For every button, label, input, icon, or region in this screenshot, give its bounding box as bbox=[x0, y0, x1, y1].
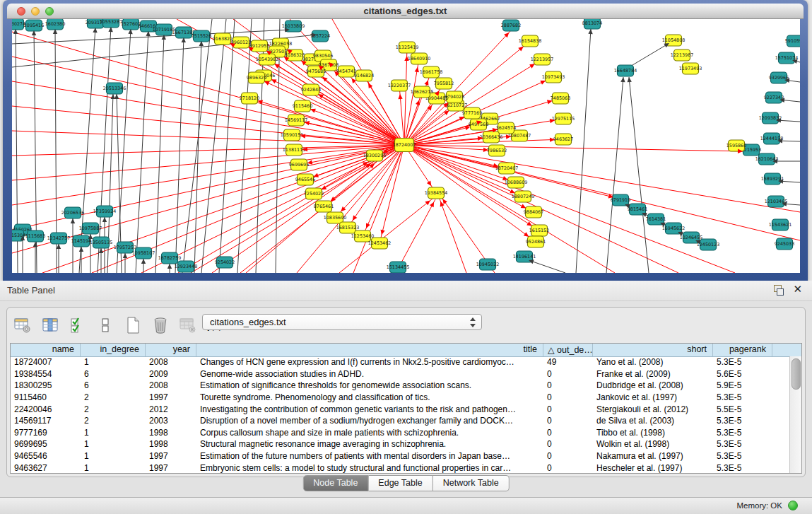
graph-node[interactable]: 8960123 bbox=[231, 37, 251, 48]
graph-node[interactable]: 7986532 bbox=[487, 145, 507, 156]
table-row[interactable]: 2242004622012Investigating the contribut… bbox=[11, 403, 790, 415]
graph-node[interactable]: 9163822 bbox=[213, 33, 233, 45]
graph-node[interactable]: 16648784 bbox=[614, 65, 637, 76]
column-header-short[interactable]: short bbox=[593, 344, 713, 356]
graph-node[interactable]: 8765461 bbox=[314, 201, 334, 212]
table-column-icon[interactable] bbox=[40, 315, 60, 335]
graph-node[interactable]: 11325419 bbox=[396, 42, 419, 53]
graph-node[interactable]: 6791919 bbox=[611, 194, 630, 206]
graph-node[interactable]: 9896329 bbox=[247, 72, 266, 83]
graph-node[interactable]: 10590151 bbox=[281, 129, 304, 141]
graph-node[interactable]: 1145194 bbox=[71, 235, 91, 247]
graph-node[interactable]: 1115683 bbox=[25, 230, 45, 242]
graph-node[interactable]: 2718120 bbox=[240, 93, 259, 104]
select-all-check-icon[interactable] bbox=[68, 315, 88, 335]
float-window-icon[interactable] bbox=[772, 285, 784, 296]
graph-node[interactable]: 9777169 bbox=[462, 107, 482, 119]
graph-node[interactable]: 16154838 bbox=[519, 35, 542, 47]
memory-status-indicator[interactable] bbox=[788, 501, 798, 510]
graph-node[interactable]: 19384554 bbox=[425, 187, 448, 199]
graph-node[interactable]: 15134455 bbox=[387, 262, 410, 273]
graph-node[interactable]: 18300295 bbox=[363, 150, 387, 161]
graph-node[interactable]: 12213987 bbox=[671, 49, 694, 61]
graph-node[interactable]: 9884067 bbox=[524, 206, 543, 218]
graph-node[interactable]: 13220377 bbox=[388, 80, 411, 91]
network-canvas[interactable]: 9330274209541616023802093171105532871527… bbox=[12, 19, 800, 273]
graph-node[interactable]: 6497568 bbox=[469, 119, 488, 130]
graph-node[interactable]: 12975115 bbox=[552, 113, 575, 124]
table-selector-dropdown[interactable]: citations_edges.txt bbox=[202, 314, 482, 330]
graph-node[interactable]: 9329966 bbox=[769, 72, 789, 83]
graph-node[interactable]: 12213957 bbox=[531, 54, 554, 65]
graph-node[interactable]: 13626215 bbox=[411, 86, 434, 98]
graph-node[interactable]: 12103465 bbox=[765, 196, 788, 207]
new-document-icon[interactable] bbox=[123, 315, 143, 335]
graph-node[interactable]: 15893291 bbox=[761, 173, 784, 185]
column-header-out_de[interactable]: △ out_de… bbox=[543, 344, 593, 356]
graph-node[interactable]: 10945022 bbox=[476, 259, 500, 270]
graph-node[interactable]: 12444158 bbox=[760, 133, 784, 144]
tab-node-table[interactable]: Node Table bbox=[302, 475, 368, 491]
graph-node[interactable]: 12453462 bbox=[368, 238, 392, 249]
graph-node[interactable]: 10553287 bbox=[100, 19, 123, 28]
table-row[interactable]: 1872400712008Changes of HCN gene express… bbox=[11, 356, 790, 368]
table-row[interactable]: 1456911722003Disruption of a novel membe… bbox=[11, 415, 790, 427]
graph-node[interactable]: 10973493 bbox=[542, 71, 565, 83]
graph-node[interactable]: 9227343 bbox=[764, 92, 784, 103]
delete-table-icon[interactable] bbox=[178, 315, 198, 335]
graph-node[interactable]: 13505135 bbox=[90, 237, 113, 248]
graph-node[interactable]: 10958107 bbox=[132, 247, 155, 259]
graph-node[interactable]: 9699695 bbox=[289, 159, 309, 170]
graph-node[interactable]: 7515526 bbox=[192, 30, 211, 42]
graph-node[interactable]: 1602380 bbox=[45, 19, 65, 30]
graph-node[interactable]: 11543621 bbox=[769, 219, 792, 230]
graph-node[interactable]: 2095416 bbox=[24, 20, 44, 31]
graph-node[interactable]: 10688609 bbox=[505, 177, 528, 188]
graph-node[interactable]: 10543982 bbox=[256, 54, 279, 65]
graph-node[interactable]: 11973493 bbox=[679, 63, 702, 74]
column-header-title[interactable]: title bbox=[196, 344, 543, 356]
tab-network-table[interactable]: Network Table bbox=[433, 475, 510, 491]
graph-node[interactable]: 12923448 bbox=[175, 261, 198, 272]
graph-node[interactable]: 16782759 bbox=[158, 252, 182, 264]
graph-node[interactable]: 20206536 bbox=[61, 207, 85, 218]
graph-node[interactable]: 16961758 bbox=[420, 66, 443, 78]
graph-node[interactable]: 2887682 bbox=[501, 20, 521, 31]
table-row[interactable]: 1938455462009Genome-wide association stu… bbox=[11, 368, 790, 380]
row-height-icon[interactable] bbox=[95, 315, 115, 335]
graph-node[interactable]: 9242844 bbox=[301, 84, 321, 95]
graph-node[interactable]: 1615152 bbox=[529, 225, 549, 236]
graph-node[interactable]: 7485063 bbox=[551, 93, 570, 104]
graph-node[interactable]: 16210643 bbox=[755, 153, 779, 165]
table-body[interactable]: 1872400712008Changes of HCN gene express… bbox=[11, 356, 790, 473]
graph-node[interactable]: 5910592 bbox=[785, 35, 800, 47]
table-row[interactable]: 946362711997Embryonic stem cells: a mode… bbox=[11, 462, 790, 473]
citation-graph[interactable]: 9330274209541616023802093171105532871527… bbox=[12, 19, 800, 273]
table-row[interactable]: 1830029562008Estimation of significance … bbox=[11, 380, 790, 392]
graph-node[interactable]: 18720407 bbox=[495, 163, 519, 174]
graph-node[interactable]: 20366436 bbox=[480, 132, 503, 143]
graph-node[interactable]: 11381111 bbox=[283, 144, 306, 156]
graph-node[interactable]: 7254022 bbox=[304, 188, 324, 199]
table-row[interactable]: 969969511998Structural magnetic resonanc… bbox=[11, 438, 790, 450]
graph-node[interactable]: 17359924 bbox=[93, 206, 117, 217]
graph-node[interactable]: 3624574 bbox=[496, 122, 516, 134]
graph-node[interactable]: 9463627 bbox=[553, 134, 573, 145]
table-settings-icon[interactable] bbox=[13, 315, 33, 335]
graph-node[interactable]: 9254022 bbox=[215, 257, 235, 268]
table-row[interactable]: 911546021997Tourette syndrome. Phenomeno… bbox=[11, 392, 790, 404]
scrollbar-thumb[interactable] bbox=[792, 358, 801, 390]
graph-node[interactable]: 9524861 bbox=[526, 236, 546, 247]
graph-node[interactable]: 9465546 bbox=[295, 174, 315, 185]
graph-node[interactable]: 14569117 bbox=[285, 115, 308, 126]
close-icon[interactable]: ✕ bbox=[793, 283, 802, 296]
vertical-scrollbar[interactable] bbox=[789, 356, 801, 473]
graph-node[interactable]: 9115460 bbox=[293, 100, 312, 112]
delete-trash-icon[interactable] bbox=[151, 315, 170, 335]
graph-node[interactable]: 9245033 bbox=[775, 238, 794, 250]
graph-node[interactable]: 18807249 bbox=[512, 191, 535, 202]
table-row[interactable]: 977716911998Corpus callosum shape and si… bbox=[11, 427, 790, 439]
graph-node[interactable]: 18724007 bbox=[393, 139, 416, 152]
graph-node[interactable]: 20513346 bbox=[103, 83, 126, 94]
graph-node[interactable]: 8813074 bbox=[582, 19, 602, 29]
